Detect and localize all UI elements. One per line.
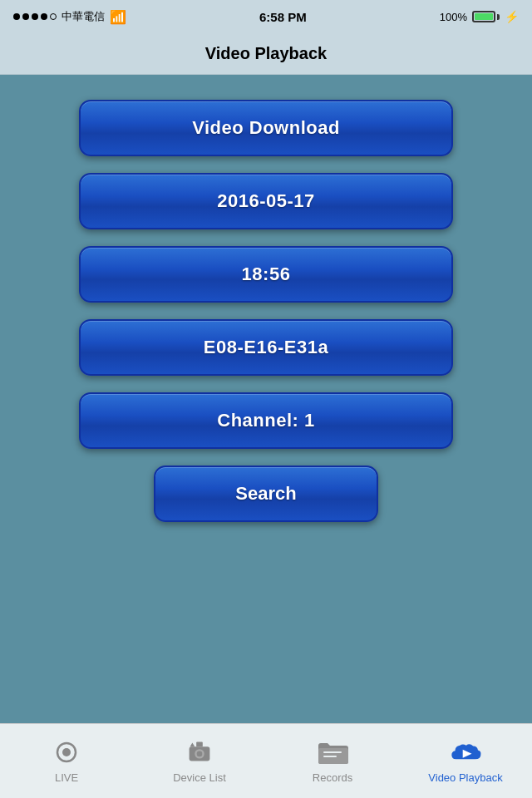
signal-dots [13, 13, 57, 20]
battery-fill [475, 13, 493, 20]
signal-dot-1 [13, 13, 20, 20]
tab-video-playback[interactable]: Video Playback [399, 724, 532, 798]
date-button[interactable]: 2016-05-17 [79, 173, 453, 229]
tab-device-list-label: Device List [173, 771, 226, 784]
video-download-button[interactable]: Video Download [79, 100, 453, 156]
wifi-icon: 📶 [110, 9, 126, 25]
svg-rect-9 [323, 756, 337, 757]
signal-dot-4 [41, 13, 47, 20]
tab-bar: LIVE Device List [0, 723, 532, 798]
status-right: 100% ⚡ [440, 10, 519, 23]
search-button[interactable]: Search [154, 466, 378, 522]
time-button[interactable]: 18:56 [79, 246, 453, 303]
svg-rect-8 [323, 751, 342, 753]
status-bar: 中華電信 📶 6:58 PM 100% ⚡ [0, 0, 532, 33]
svg-rect-6 [196, 742, 203, 747]
records-icon [316, 738, 349, 766]
device-id-button[interactable]: E08-E16-E31a [79, 319, 453, 376]
svg-point-2 [65, 751, 68, 754]
channel-button[interactable]: Channel: 1 [79, 392, 453, 449]
svg-point-5 [197, 751, 203, 757]
status-left: 中華電信 📶 [13, 9, 126, 25]
signal-dot-5 [50, 13, 57, 20]
video-playback-icon [449, 738, 482, 766]
signal-dot-2 [22, 13, 29, 20]
charging-icon: ⚡ [505, 10, 519, 23]
tab-records-label: Records [313, 771, 352, 784]
tab-live[interactable]: LIVE [0, 724, 133, 798]
battery-body [472, 11, 495, 22]
main-content: Video Download 2016-05-17 18:56 E08-E16-… [0, 75, 532, 723]
tab-video-playback-label: Video Playback [428, 771, 502, 784]
carrier-text: 中華電信 [62, 9, 105, 24]
status-time: 6:58 PM [259, 10, 307, 24]
live-icon [50, 738, 83, 766]
tab-device-list[interactable]: Device List [133, 724, 266, 798]
device-list-icon [183, 738, 216, 766]
signal-dot-3 [32, 13, 38, 20]
tab-records[interactable]: Records [266, 724, 399, 798]
nav-bar: Video Playback [0, 33, 532, 75]
battery-percent: 100% [440, 11, 467, 23]
tab-live-label: LIVE [55, 771, 78, 784]
battery-tip [497, 14, 500, 20]
battery-container [472, 11, 500, 22]
nav-title: Video Playback [205, 44, 327, 63]
